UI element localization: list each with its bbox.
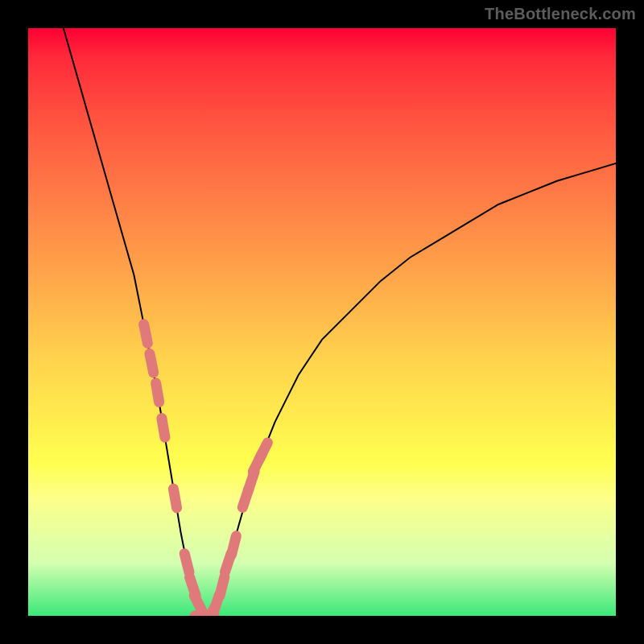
chart-svg <box>28 28 616 616</box>
watermark-text: TheBottleneck.com <box>485 5 636 23</box>
sample-marker <box>220 577 225 596</box>
sample-marker <box>184 554 189 572</box>
sample-marker <box>173 489 176 508</box>
sample-marker <box>194 596 203 613</box>
sample-markers-group <box>144 324 268 616</box>
sample-marker <box>156 383 159 402</box>
sample-marker <box>162 419 165 438</box>
sample-marker <box>232 536 237 555</box>
sample-marker <box>144 324 148 344</box>
sample-marker <box>259 443 268 460</box>
chart-plot-area <box>28 28 616 616</box>
sample-marker <box>150 353 154 373</box>
